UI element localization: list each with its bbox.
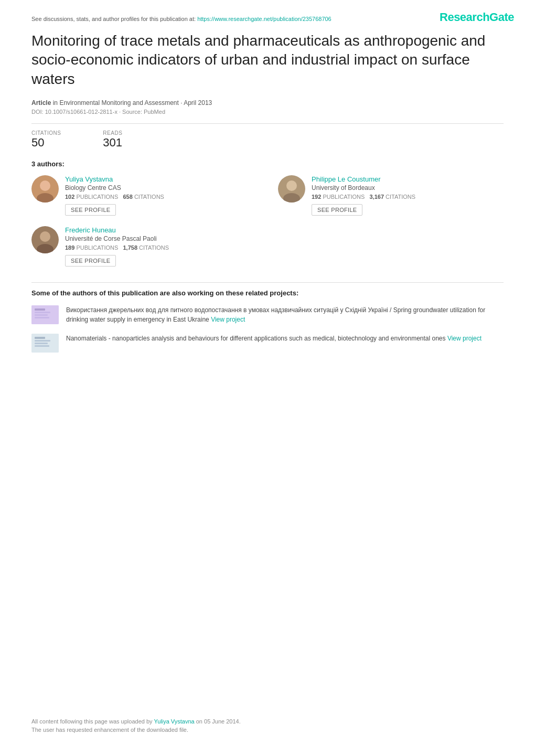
author-info-2: Philippe Le Coustumer University of Bord… — [312, 175, 504, 216]
source-link-url[interactable]: https://www.researchgate.net/publication… — [197, 16, 331, 22]
project-item-2: Nanomaterials - nanoparticles analysis a… — [31, 334, 504, 353]
reads-value: 301 — [103, 136, 122, 150]
citations-stat: CITATIONS 50 — [31, 130, 61, 150]
svg-point-4 — [286, 180, 297, 191]
citations-label: CITATIONS — [31, 130, 61, 136]
avatar-2 — [278, 175, 305, 203]
project-text-1: Використання джерельних вод для питного … — [66, 305, 504, 324]
source-link-text: See discussions, stats, and author profi… — [31, 16, 196, 22]
author-stats-1: 102 PUBLICATIONS 658 CITATIONS — [65, 194, 257, 200]
project-link-1[interactable]: View project — [211, 316, 245, 323]
avatar-1 — [31, 175, 59, 203]
page-title: Monitoring of trace metals and pharmaceu… — [31, 31, 504, 89]
authors-label: 3 authors: — [31, 160, 504, 168]
authors-grid: Yuliya Vystavna Biology Centre CAS 102 P… — [31, 175, 504, 267]
article-type: Article — [31, 99, 51, 107]
article-preposition: in — [53, 99, 58, 107]
researchgate-logo: ResearchGate — [440, 10, 514, 24]
citations-value: 50 — [31, 136, 61, 150]
author-info-1: Yuliya Vystavna Biology Centre CAS 102 P… — [65, 175, 257, 216]
reads-label: READS — [103, 130, 122, 136]
footer-prefix: All content following this page was uplo… — [31, 718, 153, 725]
article-journal: Environmental Monitoring and Assessment — [59, 99, 178, 107]
project-description-1: Використання джерельних вод для питного … — [66, 306, 485, 323]
source-link-row: See discussions, stats, and author profi… — [31, 16, 504, 22]
article-date: April 2013 — [184, 99, 212, 107]
footer: All content following this page was uplo… — [31, 718, 504, 735]
svg-rect-13 — [35, 317, 49, 318]
svg-rect-18 — [35, 345, 49, 347]
svg-rect-16 — [35, 340, 50, 342]
divider-1 — [31, 123, 504, 124]
author-info-3: Frederic Huneau Université de Corse Pasc… — [65, 226, 257, 267]
author-name-2[interactable]: Philippe Le Coustumer — [312, 175, 504, 183]
related-projects-label: Some of the authors of this publication … — [31, 289, 504, 297]
see-profile-button-3[interactable]: SEE PROFILE — [65, 255, 116, 267]
project-thumbnail-2 — [31, 334, 59, 353]
divider-2 — [31, 282, 504, 283]
project-description-2: Nanomaterials - nanoparticles analysis a… — [66, 335, 446, 342]
see-profile-button-1[interactable]: SEE PROFILE — [65, 204, 116, 216]
svg-point-1 — [40, 180, 50, 191]
project-item-1: Використання джерельних вод для питного … — [31, 305, 504, 324]
stats-row: CITATIONS 50 READS 301 — [31, 130, 504, 150]
svg-rect-11 — [35, 312, 50, 313]
svg-rect-17 — [35, 343, 48, 344]
author-institution-3: Université de Corse Pascal Paoli — [65, 235, 257, 242]
author-name-1[interactable]: Yuliya Vystavna — [65, 175, 257, 183]
project-text-2: Nanomaterials - nanoparticles analysis a… — [66, 334, 482, 343]
avatar-3 — [31, 226, 59, 253]
author-stats-2: 192 PUBLICATIONS 3,167 CITATIONS — [312, 194, 504, 200]
author-name-3[interactable]: Frederic Huneau — [65, 226, 257, 234]
footer-line-1: All content following this page was uplo… — [31, 718, 504, 725]
footer-suffix: on 05 June 2014. — [196, 718, 241, 725]
project-link-2[interactable]: View project — [447, 335, 482, 342]
author-card-1: Yuliya Vystavna Biology Centre CAS 102 P… — [31, 175, 257, 216]
svg-rect-12 — [35, 314, 48, 316]
project-thumbnail-1 — [31, 305, 59, 324]
svg-rect-15 — [35, 337, 45, 339]
reads-stat: READS 301 — [103, 130, 122, 150]
author-stats-3: 189 PUBLICATIONS 1,758 CITATIONS — [65, 244, 257, 251]
author-institution-1: Biology Centre CAS — [65, 184, 257, 191]
author-card-2: Philippe Le Coustumer University of Bord… — [278, 175, 504, 216]
footer-line-2: The user has requested enhancement of th… — [31, 727, 504, 733]
article-meta: Article in Environmental Monitoring and … — [31, 99, 504, 107]
author-card-3: Frederic Huneau Université de Corse Pasc… — [31, 226, 257, 267]
svg-rect-10 — [35, 308, 45, 311]
see-profile-button-2[interactable]: SEE PROFILE — [312, 204, 362, 216]
footer-uploader-link[interactable]: Yuliya Vystavna — [154, 718, 194, 725]
article-doi: DOI: 10.1007/s10661-012-2811-x · Source:… — [31, 109, 504, 115]
svg-point-7 — [40, 231, 50, 242]
author-institution-2: University of Bordeaux — [312, 184, 504, 191]
